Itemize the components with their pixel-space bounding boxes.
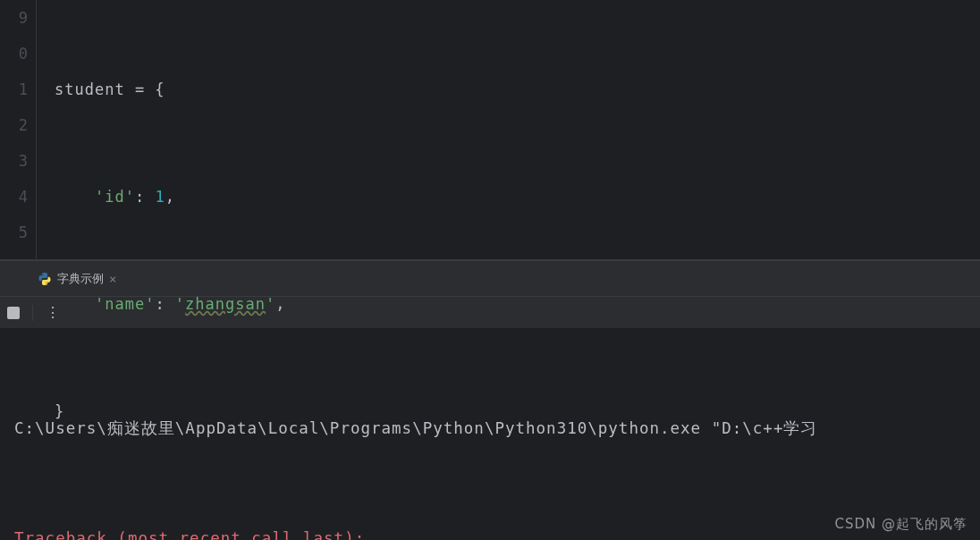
line-gutter: 9 0 1 2 3 4 5 <box>0 0 36 259</box>
code-area[interactable]: student = { 'id': 1, 'name': 'zhangsan',… <box>36 0 980 259</box>
run-tab[interactable]: 字典示例 × <box>32 261 122 296</box>
gutter-number: 5 <box>0 215 29 250</box>
code-line: 'id': 1, <box>55 179 980 215</box>
watermark: CSDN @起飞的风筝 <box>834 516 967 533</box>
gutter-number: 4 <box>0 179 29 215</box>
editor-pane: 9 0 1 2 3 4 5 student = { 'id': 1, 'name… <box>0 0 980 259</box>
gutter-number: 9 <box>0 0 29 36</box>
gutter-number: 0 <box>0 36 29 72</box>
tab-label: 字典示例 <box>57 271 104 287</box>
gutter-number: 1 <box>0 72 29 107</box>
python-file-icon <box>38 272 52 286</box>
code-line: 'name': 'zhangsan', <box>55 286 980 322</box>
toolbar-separator <box>32 305 33 321</box>
close-icon[interactable]: × <box>109 272 116 286</box>
gutter-number: 2 <box>0 107 29 143</box>
code-line: student = { <box>55 72 980 107</box>
gutter-number: 3 <box>0 143 29 179</box>
stop-icon[interactable] <box>7 307 20 319</box>
more-icon[interactable]: ⋮ <box>46 304 60 321</box>
